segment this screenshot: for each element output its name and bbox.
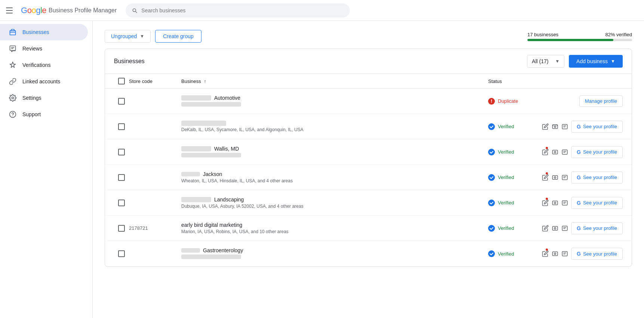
red-dot-indicator — [546, 172, 548, 175]
business-address: Marion, IA, USA, Robins, IA, USA, and 10… — [181, 229, 488, 234]
progress-bar-fill — [527, 39, 613, 41]
business-address: DeKalb, IL, USA, Sycamore, IL, USA, and … — [181, 127, 488, 132]
see-profile-button[interactable]: G See your profile — [571, 197, 623, 209]
row-checkbox[interactable] — [118, 149, 125, 155]
redacted-name — [181, 172, 200, 176]
svg-point-24 — [554, 202, 556, 204]
table-row: Landscaping Dubuque, IA, USA, Asbury, IA… — [105, 190, 632, 216]
status-text: Verified — [498, 225, 514, 231]
add-photo-button[interactable] — [552, 172, 558, 183]
svg-point-14 — [554, 151, 556, 153]
business-name-text: Jackson — [203, 171, 222, 177]
row-checkbox[interactable] — [118, 200, 125, 206]
business-address: Dubuque, IA, USA, Asbury, IA 52002, USA,… — [181, 204, 488, 209]
manage-profile-button[interactable]: Manage profile — [579, 95, 623, 107]
business-address — [181, 254, 488, 260]
sidebar-item-support[interactable]: Support — [0, 106, 88, 123]
sidebar-item-verifications[interactable]: Verifications — [0, 57, 88, 73]
posts-button[interactable] — [561, 197, 568, 209]
posts-button[interactable] — [561, 146, 568, 158]
edit-button[interactable] — [542, 222, 549, 234]
see-profile-button[interactable]: G See your profile — [571, 146, 623, 158]
edit-button[interactable] — [542, 248, 549, 260]
progress-section: 17 businesses 82% verified — [527, 32, 632, 41]
businesses-count: 17 businesses — [527, 32, 558, 37]
create-group-label: Create group — [163, 33, 194, 39]
row-checkbox[interactable] — [118, 250, 125, 257]
sidebar-item-linked-accounts[interactable]: Linked accounts — [0, 73, 88, 90]
see-profile-button[interactable]: G See your profile — [571, 248, 623, 260]
table-row: 2178721 early bird digital marketing Mar… — [105, 216, 632, 241]
store-code-cell: 2178721 — [129, 225, 181, 231]
actions-cell: G See your profile — [555, 222, 623, 234]
svg-rect-28 — [552, 226, 558, 230]
see-profile-button[interactable]: G See your profile — [571, 121, 623, 133]
verified-icon — [488, 123, 495, 130]
table-row: Automotive ! Duplicate Manage profile — [105, 89, 632, 114]
posts-button[interactable] — [561, 248, 568, 260]
sidebar-settings-label: Settings — [22, 95, 41, 101]
search-input[interactable] — [141, 7, 344, 13]
verified-icon — [488, 225, 495, 232]
redacted-name — [181, 95, 211, 101]
ungrouped-dropdown[interactable]: Ungrouped ▼ — [105, 30, 151, 43]
row-checkbox[interactable] — [118, 123, 125, 130]
add-business-button[interactable]: Add business ▼ — [569, 55, 623, 68]
business-name: Automotive — [181, 95, 488, 101]
edit-button[interactable] — [542, 146, 549, 158]
business-name: Landscaping — [181, 197, 488, 203]
see-profile-button[interactable]: G See your profile — [571, 172, 623, 183]
row-checkbox[interactable] — [118, 225, 125, 232]
linked-accounts-icon — [9, 78, 16, 85]
edit-button[interactable] — [542, 172, 549, 183]
svg-point-5 — [12, 97, 14, 99]
actions-cell: Manage profile — [555, 95, 623, 107]
add-photo-button[interactable] — [552, 146, 558, 158]
posts-button[interactable] — [561, 121, 568, 133]
svg-point-19 — [554, 176, 556, 178]
business-cell: early bird digital marketing Marion, IA,… — [181, 222, 488, 234]
manage-profile-label: Manage profile — [585, 98, 617, 104]
ungrouped-chevron-icon: ▼ — [140, 34, 144, 39]
sidebar-item-businesses[interactable]: Businesses — [0, 24, 88, 40]
filter-chevron-icon: ▼ — [555, 59, 560, 64]
posts-button[interactable] — [561, 222, 568, 234]
settings-icon — [9, 94, 16, 102]
sort-icon: ↑ — [204, 79, 206, 84]
see-profile-label: See your profile — [583, 200, 617, 206]
select-all-checkbox[interactable] — [118, 78, 125, 84]
google-g-icon: G — [577, 124, 581, 130]
store-code-col-header: Store code — [129, 78, 181, 84]
business-name-text: Landscaping — [214, 197, 244, 203]
row-checkbox[interactable] — [118, 174, 125, 181]
support-icon — [9, 111, 16, 118]
edit-button[interactable] — [542, 121, 549, 133]
add-photo-button[interactable] — [552, 121, 558, 133]
create-group-button[interactable]: Create group — [155, 30, 201, 43]
add-photo-button[interactable] — [552, 197, 558, 209]
actions-cell: G See your profile — [555, 146, 623, 158]
sidebar-item-settings[interactable]: Settings — [0, 90, 88, 106]
actions-cell: G See your profile — [555, 121, 623, 133]
svg-rect-23 — [552, 201, 558, 205]
toolbar-row: Ungrouped ▼ Create group 17 businesses 8… — [105, 30, 632, 43]
posts-button[interactable] — [561, 172, 568, 183]
table-row: DeKalb, IL, USA, Sycamore, IL, USA, and … — [105, 114, 632, 139]
verified-icon — [488, 250, 495, 257]
status-text: Verified — [498, 200, 514, 206]
see-profile-button[interactable]: G See your profile — [571, 222, 623, 234]
svg-point-29 — [554, 227, 556, 229]
progress-bar-container — [527, 39, 632, 41]
add-photo-button[interactable] — [552, 248, 558, 260]
progress-labels: 17 businesses 82% verified — [527, 32, 632, 37]
sidebar-item-reviews[interactable]: Reviews — [0, 40, 88, 57]
business-name: Wallis, MD — [181, 146, 488, 152]
filter-dropdown[interactable]: All (17) ▼ — [527, 55, 564, 68]
business-name: early bird digital marketing — [181, 222, 488, 228]
edit-button[interactable] — [542, 197, 549, 209]
hamburger-icon[interactable] — [6, 6, 15, 15]
row-checkbox[interactable] — [118, 98, 125, 105]
search-bar[interactable] — [126, 3, 350, 18]
add-photo-button[interactable] — [552, 222, 558, 234]
verified-percent: 82% verified — [605, 32, 632, 37]
